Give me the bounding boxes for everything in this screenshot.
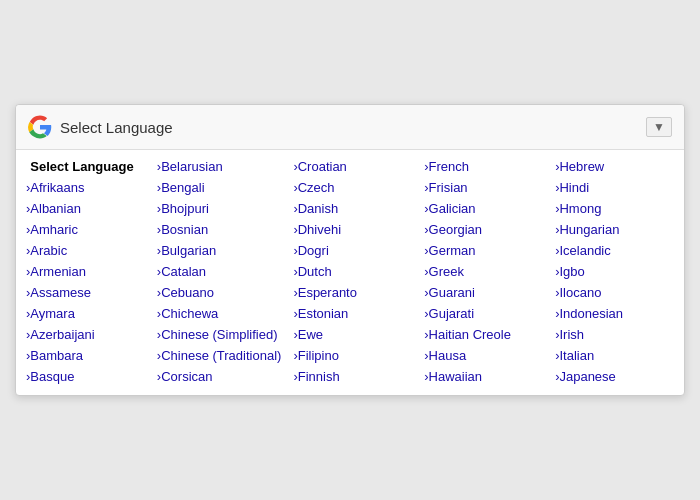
language-item[interactable]: ›Finnish — [289, 366, 416, 387]
language-item[interactable]: ›Chichewa — [153, 303, 286, 324]
language-item[interactable]: ›Bengali — [153, 177, 286, 198]
language-column-2: ›Croatian›Czech›Danish›Dhivehi›Dogri›Dut… — [287, 156, 418, 387]
language-item[interactable]: ›Croatian — [289, 156, 416, 177]
language-item[interactable]: ›Hawaiian — [420, 366, 547, 387]
language-item[interactable]: ›Amharic — [22, 219, 149, 240]
language-item[interactable]: ›Bambara — [22, 345, 149, 366]
language-item[interactable]: ›Georgian — [420, 219, 547, 240]
language-item[interactable]: ›Hebrew — [551, 156, 678, 177]
language-item[interactable]: ›Czech — [289, 177, 416, 198]
language-item[interactable]: ›Azerbaijani — [22, 324, 149, 345]
language-item[interactable]: ›Esperanto — [289, 282, 416, 303]
language-item[interactable]: ›Chinese (Simplified) — [153, 324, 286, 345]
language-item[interactable]: ›Ewe — [289, 324, 416, 345]
language-column-0: Select Language›Afrikaans›Albanian›Amhar… — [20, 156, 151, 387]
language-column-1: ›Belarusian›Bengali›Bhojpuri›Bosnian›Bul… — [151, 156, 288, 387]
language-grid: Select Language›Afrikaans›Albanian›Amhar… — [16, 150, 684, 395]
header-bar: Select Language ▼ — [16, 105, 684, 150]
language-item[interactable]: ›German — [420, 240, 547, 261]
language-item[interactable]: ›Dogri — [289, 240, 416, 261]
google-logo — [28, 115, 52, 139]
language-item[interactable]: ›Hungarian — [551, 219, 678, 240]
language-item[interactable]: ›Frisian — [420, 177, 547, 198]
language-item[interactable]: ›Corsican — [153, 366, 286, 387]
language-item[interactable]: ›Afrikaans — [22, 177, 149, 198]
language-item[interactable]: ›French — [420, 156, 547, 177]
language-item[interactable]: ›Armenian — [22, 261, 149, 282]
language-item[interactable]: ›Estonian — [289, 303, 416, 324]
language-item[interactable]: ›Dutch — [289, 261, 416, 282]
language-column-3: ›French›Frisian›Galician›Georgian›German… — [418, 156, 549, 387]
language-selector-panel: Select Language ▼ Select Language›Afrika… — [15, 104, 685, 396]
language-item[interactable]: ›Japanese — [551, 366, 678, 387]
language-item[interactable]: ›Basque — [22, 366, 149, 387]
language-item[interactable]: ›Guarani — [420, 282, 547, 303]
language-item[interactable]: ›Catalan — [153, 261, 286, 282]
language-item[interactable]: ›Irish — [551, 324, 678, 345]
language-column-4: ›Hebrew›Hindi›Hmong›Hungarian›Icelandic›… — [549, 156, 680, 387]
language-item[interactable]: ›Gujarati — [420, 303, 547, 324]
language-item[interactable]: ›Assamese — [22, 282, 149, 303]
language-item[interactable]: ›Albanian — [22, 198, 149, 219]
language-item[interactable]: ›Hindi — [551, 177, 678, 198]
language-item[interactable]: ›Filipino — [289, 345, 416, 366]
language-item[interactable]: ›Igbo — [551, 261, 678, 282]
language-item[interactable]: ›Hmong — [551, 198, 678, 219]
dropdown-arrow[interactable]: ▼ — [646, 117, 672, 137]
language-item[interactable]: ›Belarusian — [153, 156, 286, 177]
language-item[interactable]: ›Italian — [551, 345, 678, 366]
language-item[interactable]: ›Ilocano — [551, 282, 678, 303]
language-item[interactable]: ›Greek — [420, 261, 547, 282]
language-item[interactable]: ›Icelandic — [551, 240, 678, 261]
language-item[interactable]: ›Hausa — [420, 345, 547, 366]
language-item[interactable]: ›Bulgarian — [153, 240, 286, 261]
language-item[interactable]: ›Cebuano — [153, 282, 286, 303]
language-item[interactable]: ›Chinese (Traditional) — [153, 345, 286, 366]
language-item[interactable]: Select Language — [22, 156, 149, 177]
language-item[interactable]: ›Indonesian — [551, 303, 678, 324]
language-item[interactable]: ›Bosnian — [153, 219, 286, 240]
language-item[interactable]: ›Arabic — [22, 240, 149, 261]
header-title: Select Language — [60, 119, 646, 136]
language-item[interactable]: ›Aymara — [22, 303, 149, 324]
language-item[interactable]: ›Haitian Creole — [420, 324, 547, 345]
language-item[interactable]: ›Bhojpuri — [153, 198, 286, 219]
language-item[interactable]: ›Dhivehi — [289, 219, 416, 240]
language-item[interactable]: ›Galician — [420, 198, 547, 219]
language-item[interactable]: ›Danish — [289, 198, 416, 219]
